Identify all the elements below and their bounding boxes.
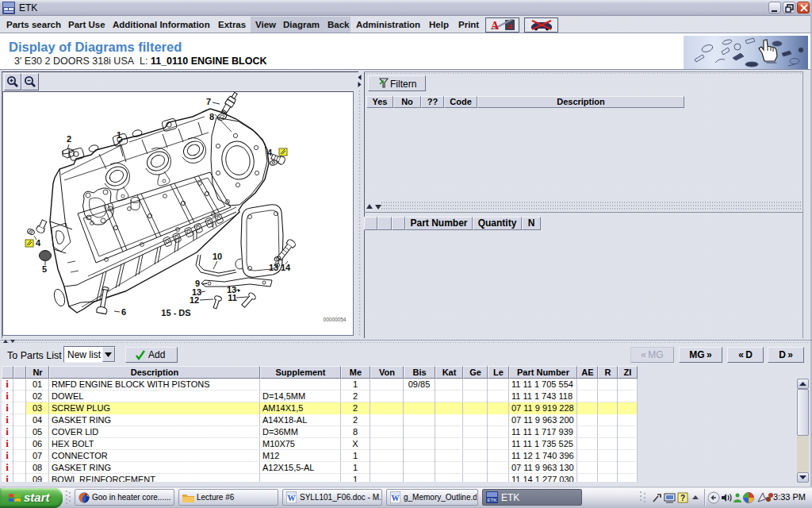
svg-text:4: 4 — [36, 238, 41, 248]
svg-text:1: 1 — [117, 130, 121, 140]
svg-text:W: W — [392, 494, 400, 502]
svg-text:00000054: 00000054 — [324, 317, 347, 322]
svg-text:?: ? — [680, 494, 685, 502]
svg-text:W: W — [288, 494, 296, 502]
svg-text:a: a — [508, 21, 512, 30]
svg-text:12: 12 — [190, 295, 199, 305]
svg-text:7: 7 — [206, 97, 211, 106]
svg-text:2: 2 — [67, 134, 71, 144]
svg-text:A: A — [491, 20, 500, 31]
svg-text:4: 4 — [267, 148, 273, 157]
svg-text:10: 10 — [213, 252, 222, 261]
svg-text:15 - DS: 15 - DS — [161, 308, 190, 318]
svg-text:11: 11 — [228, 293, 237, 302]
svg-text:5: 5 — [42, 264, 47, 274]
svg-text:14: 14 — [281, 263, 291, 272]
svg-text:8: 8 — [209, 112, 214, 121]
svg-text:6: 6 — [121, 307, 126, 317]
svg-text:ETK: ETK — [488, 498, 498, 502]
svg-text:13: 13 — [269, 263, 278, 272]
